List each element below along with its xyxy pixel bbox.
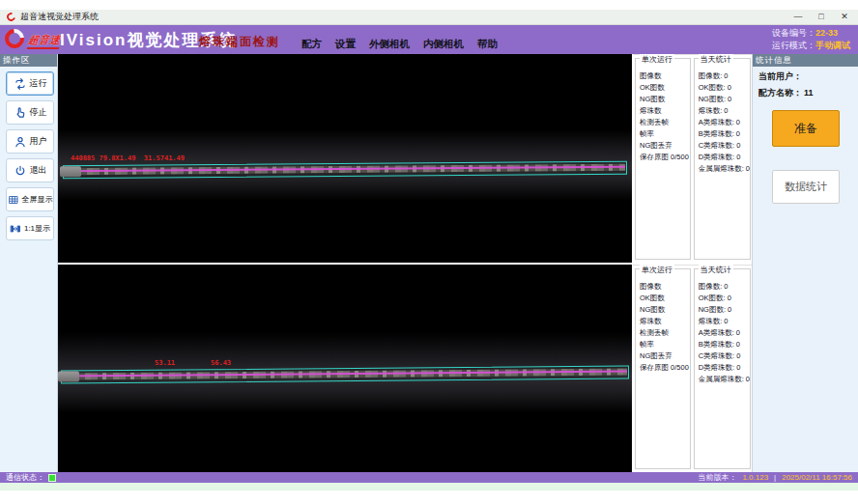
stat-row: 检测丢帧 [636, 117, 690, 128]
menu-item-recipe[interactable]: 配方 [301, 38, 322, 51]
run-mode-value: 手动调试 [815, 41, 850, 50]
daily-stats-groupbox: 当天统计 图像数: 0 OK图数: 0 NG图数: 0 熔珠数: 0 A类熔珠数… [694, 58, 751, 260]
one-to-one-button[interactable]: 1:1显示 [6, 216, 54, 240]
strip-left-end [58, 371, 79, 381]
stat-row: NG图丢弃 [636, 140, 690, 152]
stat-row: OK图数 [636, 293, 690, 304]
stop-button[interactable]: 停止 [6, 100, 54, 125]
info-panel: 统计信息 当前用户： 配方名称：11 准备 数据统计 [752, 54, 858, 472]
daily-stats-title: 当天统计 [699, 54, 733, 65]
menu-item-inner-camera[interactable]: 内侧相机 [423, 38, 464, 51]
exit-button[interactable]: 退出 [6, 158, 54, 182]
stat-row: NG图丢弃 [636, 350, 690, 362]
stat-row: A类熔珠数: 0 [695, 327, 750, 339]
version-label: 当前版本： [698, 472, 736, 483]
fullscreen-button-label: 全屏显示 [22, 194, 53, 205]
close-button[interactable]: ✕ [835, 11, 854, 24]
outer-camera-viewport[interactable]: 440885 79.8X1.49 31.5741.49 [58, 54, 632, 263]
stat-row: OK图数: 0 [695, 293, 750, 304]
stats-panel-top: 单次运行 图像数 OK图数 NG图数 熔珠数 检测丢帧 帧率 NG图丢弃 保存原… [633, 54, 752, 263]
stat-row: NG图数: 0 [695, 304, 750, 316]
daily-stats-groupbox: 当天统计 图像数: 0 OK图数: 0 NG图数: 0 熔珠数: 0 A类熔珠数… [694, 268, 751, 470]
strip-left-end [60, 166, 81, 177]
app-subtitle: 熔珠端面检测 [199, 34, 280, 50]
measurement-annotation: 440885 79.8X1.49 31.5741.49 [71, 154, 185, 162]
brand-swirl-icon [1, 25, 28, 52]
os-titlebar: 超音速视觉处理系统 — □ ✕ [0, 10, 858, 25]
window-controls: — □ ✕ [788, 11, 854, 24]
single-run-groupbox: 单次运行 图像数 OK图数 NG图数 熔珠数 检测丢帧 帧率 NG图丢弃 保存原… [635, 58, 691, 260]
device-number-label: 设备编号： [772, 28, 815, 38]
app-window: 超音速视觉处理系统 — □ ✕ 超音速 IVision视觉处理系统 熔珠端面检测… [0, 0, 858, 504]
exit-button-label: 退出 [30, 164, 47, 177]
camera-view-column: 440885 79.8X1.49 31.5741.49 53.11 56.43 [58, 54, 632, 472]
current-user-row: 当前用户： [753, 67, 858, 83]
stat-row: C类熔珠数: 0 [695, 140, 750, 152]
user-button[interactable]: 用户 [6, 129, 54, 154]
stat-row: 帧率 [636, 339, 690, 350]
user-button-label: 用户 [30, 135, 47, 148]
operation-sidebar: 操作区 运行 停止 用户 退出 全屏显示 1:1显示 [0, 54, 58, 472]
stat-row: 检测丢帧 [636, 327, 690, 339]
statistics-column: 单次运行 图像数 OK图数 NG图数 熔珠数 检测丢帧 帧率 NG图丢弃 保存原… [633, 54, 752, 472]
window-bottom-edge [0, 483, 858, 490]
stop-button-label: 停止 [30, 106, 47, 119]
comm-status-indicator [48, 474, 56, 482]
status-bar-right: 当前版本： 1.0.123 | 2025/02/11 16:57:56 [698, 472, 852, 483]
menu-item-outer-camera[interactable]: 外侧相机 [369, 38, 410, 51]
stat-row: 熔珠数 [636, 316, 690, 327]
stat-row: A类熔珠数: 0 [695, 117, 750, 128]
user-icon [14, 135, 27, 149]
prepare-button[interactable]: 准备 [772, 110, 840, 147]
run-mode-label: 运行模式： [772, 41, 815, 50]
status-bar: 通信状态： 当前版本： 1.0.123 | 2025/02/11 16:57:5… [0, 472, 858, 483]
stat-row: C类熔珠数: 0 [695, 350, 750, 362]
current-user-label: 当前用户： [758, 71, 802, 81]
single-run-title: 单次运行 [640, 265, 674, 275]
stats-panel-bottom: 单次运行 图像数 OK图数 NG图数 熔珠数 检测丢帧 帧率 NG图丢弃 保存原… [633, 265, 752, 473]
stat-row: 熔珠数 [636, 105, 690, 117]
measurement-annotation: 56.43 [211, 359, 231, 367]
power-icon [14, 164, 27, 178]
recipe-name-label: 配方名称： [758, 88, 802, 98]
comm-status-label: 通信状态： [6, 472, 44, 483]
stat-row: 熔珠数: 0 [695, 316, 750, 327]
stat-row: OK图数 [636, 82, 690, 94]
stop-hand-icon [14, 106, 27, 120]
stat-row: 保存原图 0/500 [636, 362, 690, 374]
stat-row: NG图数: 0 [695, 94, 750, 105]
menu-item-settings[interactable]: 设置 [335, 38, 356, 51]
stat-row: NG图数 [636, 304, 690, 316]
inner-camera-viewport[interactable]: 53.11 56.43 [58, 265, 632, 473]
single-run-title: 单次运行 [640, 54, 674, 65]
datetime-value: 2025/02/11 16:57:56 [782, 473, 852, 482]
stat-row: 图像数 [636, 281, 690, 293]
device-number-value: 22-33 [815, 28, 838, 38]
brand-name: 超音速 [27, 33, 61, 49]
minimize-button[interactable]: — [788, 11, 808, 24]
run-cycle-icon [14, 77, 27, 91]
measurement-annotation: 53.11 [155, 359, 175, 367]
stat-row: 图像数 [636, 70, 690, 82]
one-to-one-button-label: 1:1显示 [24, 223, 50, 234]
recipe-name-value: 11 [804, 88, 814, 98]
menu-item-help[interactable]: 帮助 [477, 38, 498, 51]
stat-row: B类熔珠数: 0 [695, 128, 750, 140]
run-button-label: 运行 [30, 77, 47, 90]
status-separator: | [774, 473, 776, 482]
stat-row: 金属屑熔珠数: 0 [695, 374, 750, 385]
recipe-name-row: 配方名称：11 [753, 83, 858, 99]
app-logo-icon [5, 11, 16, 22]
single-run-groupbox: 单次运行 图像数 OK图数 NG图数 熔珠数 检测丢帧 帧率 NG图丢弃 保存原… [635, 268, 691, 470]
fullscreen-button[interactable]: 全屏显示 [6, 187, 54, 211]
one-to-one-icon [10, 223, 21, 235]
data-statistics-button[interactable]: 数据统计 [772, 170, 840, 204]
stat-row: 保存原图 0/500 [636, 152, 690, 163]
maximize-button[interactable]: □ [812, 11, 831, 24]
stat-row: B类熔珠数: 0 [695, 339, 750, 350]
main-menu: 配方 设置 外侧相机 内侧相机 帮助 [301, 38, 498, 51]
version-value: 1.0.123 [742, 473, 768, 482]
app-header: 超音速 IVision视觉处理系统 熔珠端面检测 配方 设置 外侧相机 内侧相机… [0, 25, 858, 54]
daily-stats-title: 当天统计 [699, 265, 733, 275]
run-button[interactable]: 运行 [6, 71, 54, 96]
